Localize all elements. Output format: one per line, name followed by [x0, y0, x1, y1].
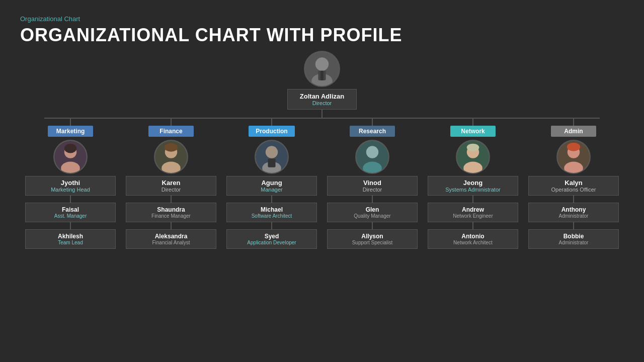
page: Organizational Chart ORGANIZATIONAL CHAR… [0, 0, 644, 362]
col-connector-top-research [372, 119, 373, 126]
avatar-agung [255, 140, 289, 174]
box-syed: Syed Application Developer [226, 229, 317, 249]
conn2-production [271, 222, 272, 229]
header-subtitle: Organizational Chart [20, 15, 624, 23]
columns-wrapper: Marketing Jyothi Marketing Head [20, 119, 624, 249]
col-connector-top-production [271, 119, 272, 126]
director-avatar [304, 51, 340, 87]
svg-point-8 [64, 144, 76, 153]
info-karen: Karen Director [126, 176, 216, 196]
conn1-production [271, 196, 272, 203]
top-connector [321, 110, 323, 118]
col-admin: Admin Kalyn Operations Officer Anthony [523, 119, 624, 249]
director-role: Director [300, 100, 344, 106]
avatar-karen [154, 140, 188, 174]
col-connector-top-marketing [70, 119, 71, 126]
badge-marketing: Marketing [48, 126, 93, 137]
col-research: Research Vinod Director Glen Quality Man… [322, 119, 423, 249]
svg-rect-16 [268, 159, 275, 167]
director-info: Zoltan Adlizan Director [287, 89, 357, 110]
box-aleksandra: Aleksandra Financial Analyst [126, 229, 216, 249]
svg-point-18 [366, 146, 378, 158]
info-jyothi: Jyothi Marketing Head [25, 176, 116, 196]
avatar-jeong [456, 140, 490, 174]
conn1-finance [171, 196, 172, 203]
box-andrew: Andrew Network Engineer [428, 203, 518, 222]
col-connector-top-network [472, 119, 473, 126]
svg-point-23 [467, 144, 479, 151]
avatar-kalyn [556, 140, 591, 174]
svg-point-1 [315, 57, 329, 70]
conn2-finance [171, 222, 172, 229]
box-akhilesh: Akhilesh Team Lead [25, 229, 116, 249]
box-glen: Glen Quality Manager [327, 203, 418, 222]
svg-point-14 [266, 146, 278, 158]
conn1-marketing [70, 196, 71, 203]
box-allyson: Allyson Support Specialist [327, 229, 418, 249]
box-shaundra: Shaundra Finance Manager [126, 203, 216, 222]
header-title: ORGANIZATIONAL CHART WITH PROFILE [20, 25, 624, 46]
col-network: Network Jeong Systems Administrator Andr… [423, 119, 523, 249]
box-anthony: Anthony Administrator [528, 203, 619, 222]
conn1-research [372, 196, 373, 203]
col-connector-top-admin [573, 119, 574, 126]
avatar-vinod [355, 140, 389, 174]
col-connector-top-finance [171, 119, 172, 126]
box-michael: Michael Software Architect [226, 203, 317, 222]
conn1-network [472, 196, 473, 203]
conn2-research [372, 222, 373, 229]
svg-rect-4 [320, 71, 324, 80]
col-finance: Finance Karen Director Shaundra [121, 119, 221, 249]
box-faisal: Faisal Asst. Manager [25, 203, 116, 222]
conn2-marketing [70, 222, 71, 229]
info-jeong: Jeong Systems Administrator [428, 176, 518, 196]
conn2-admin [573, 222, 574, 229]
director-name: Zoltan Adlizan [300, 93, 344, 100]
svg-point-12 [165, 143, 178, 152]
box-antonio: Antonio Network Architect [428, 229, 518, 249]
col-production: Production Agung Manager Michael [221, 119, 322, 249]
badge-network: Network [450, 126, 496, 137]
header: Organizational Chart ORGANIZATIONAL CHAR… [20, 15, 624, 46]
conn2-network [472, 222, 473, 229]
box-bobbie: Bobbie Administrator [528, 229, 619, 249]
badge-research: Research [350, 126, 395, 137]
badge-admin: Admin [551, 126, 596, 137]
avatar-jyothi [53, 140, 88, 174]
badge-finance: Finance [148, 126, 194, 137]
director-node: Zoltan Adlizan Director [287, 51, 357, 110]
conn1-admin [573, 196, 574, 203]
chart-area: Zoltan Adlizan Director Marketing [20, 51, 624, 352]
svg-point-27 [567, 143, 580, 151]
badge-production: Production [249, 126, 294, 137]
info-kalyn: Kalyn Operations Officer [528, 176, 619, 196]
col-marketing: Marketing Jyothi Marketing Head [20, 119, 121, 249]
info-vinod: Vinod Director [327, 176, 418, 196]
info-agung: Agung Manager [226, 176, 317, 196]
